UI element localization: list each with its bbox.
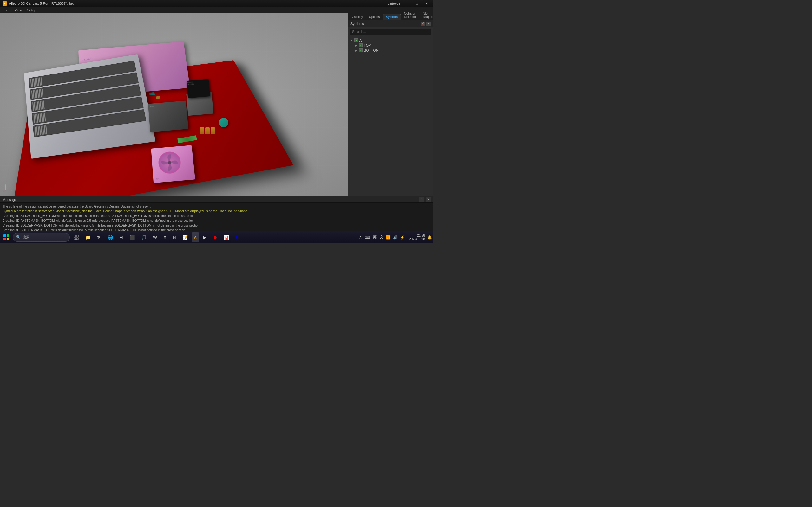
svg-rect-13	[74, 238, 76, 239]
tab-symbols[interactable]: Symbols	[383, 14, 401, 20]
ethernet-ports	[24, 54, 155, 159]
tray-network[interactable]: 📶	[386, 235, 391, 240]
svg-point-0	[168, 161, 171, 164]
tree-item-bottom[interactable]: ▶ BOTTOM	[348, 48, 433, 53]
tree-view: ▼ All ▶ TOP ▶ BOTTOM	[348, 37, 433, 196]
small-component-gold	[156, 96, 161, 99]
message-line: Symbol representation is set to: Step Mo…	[3, 209, 431, 214]
maximize-button[interactable]: □	[412, 0, 421, 7]
taskbar-browser2[interactable]: e	[233, 232, 241, 242]
taskbar-notes[interactable]: 📝	[180, 232, 190, 242]
panel-close-button[interactable]: ✕	[426, 21, 431, 26]
ic-large: RTL	[148, 101, 189, 132]
taskbar-task-view[interactable]	[71, 232, 81, 242]
taskbar-excel[interactable]: X	[161, 232, 169, 242]
search-label: 搜索	[22, 235, 30, 239]
svg-rect-14	[77, 238, 78, 239]
black-ic: RISCV8K-1345	[187, 79, 210, 98]
title-bar: A Allegro 3D Canvas: 5-Port_RTL8367N.brd…	[0, 0, 433, 7]
panel-pin-button[interactable]: 📌	[420, 21, 425, 26]
start-button[interactable]	[1, 232, 11, 242]
message-line: Creating 3D SOLDERMASK_BOTTOM with defau…	[3, 223, 431, 228]
svg-rect-12	[77, 235, 78, 237]
taskbar-rec[interactable]: ⏺	[210, 232, 220, 242]
panel-buttons: 📌 ✕	[420, 21, 431, 26]
taskbar-app-1[interactable]: 🎵	[139, 232, 149, 242]
svg-text:X: X	[11, 189, 12, 191]
menu-bar: File View Setup	[0, 7, 433, 13]
taskbar-onenote[interactable]: N	[170, 232, 179, 242]
xyz-axes: X Y Z	[3, 184, 12, 193]
main-layout: ** LINK ** ** LINK ***	[0, 13, 433, 196]
taskbar-right: ∧ ⌨ 英 文 📶 🔊 ⚡ 21:58 2022/11/18 🔔	[356, 234, 432, 241]
teal-capacitor	[219, 118, 229, 127]
tree-item-all[interactable]: ▼ All	[348, 38, 433, 43]
svg-rect-11	[74, 235, 76, 237]
message-line: Creating 3D SILKSCREEN_BOTTOM with defau…	[3, 214, 431, 218]
tab-visibility[interactable]: Visibility	[349, 14, 366, 20]
panel-title: Symbols	[351, 22, 364, 26]
small-components-row	[200, 127, 215, 134]
menu-setup[interactable]: Setup	[24, 8, 39, 13]
svg-line-3	[3, 190, 6, 192]
svg-rect-10	[7, 238, 9, 240]
svg-rect-8	[7, 234, 9, 237]
taskbar-store[interactable]: 🛍	[94, 232, 104, 242]
pink-box-component: 5V	[151, 145, 195, 183]
menu-file[interactable]: File	[1, 8, 12, 13]
taskbar-ms-store[interactable]: ⊞	[117, 232, 125, 242]
tree-toggle-top[interactable]: ▶	[354, 43, 358, 47]
taskbar-cadence[interactable]: A	[192, 232, 199, 242]
tray-lang-zh[interactable]: 文	[379, 235, 384, 240]
search-box	[348, 27, 433, 37]
messages-close-button[interactable]: ✕	[426, 198, 431, 202]
svg-rect-9	[3, 238, 6, 240]
tray-volume[interactable]: 🔊	[393, 235, 398, 240]
tab-collision-detection[interactable]: Collision Detection	[401, 10, 420, 20]
panel-header: Symbols 📌 ✕	[348, 20, 433, 27]
messages-expand-button[interactable]: ⬆	[419, 198, 424, 202]
small-component-teal	[149, 92, 155, 96]
tree-checkbox-top[interactable]	[359, 43, 362, 47]
cadence-logo: cadence	[388, 2, 400, 5]
svg-text:Y: Y	[5, 184, 6, 185]
tree-checkbox-bottom[interactable]	[359, 49, 362, 52]
taskbar-browser[interactable]: 🌐	[105, 232, 115, 242]
tree-item-top[interactable]: ▶ TOP	[348, 43, 433, 48]
close-button[interactable]: ✕	[422, 0, 431, 7]
taskbar-clock[interactable]: 21:58 2022/11/18	[409, 234, 425, 241]
tree-toggle-all[interactable]: ▼	[350, 38, 354, 42]
messages-title: Messages	[3, 198, 18, 202]
tree-label-bottom: BOTTOM	[364, 49, 379, 52]
taskbar-word[interactable]: W	[150, 232, 159, 242]
tray-lang-en[interactable]: 英	[372, 235, 377, 240]
pcb-3d: ** LINK ** ** LINK ***	[16, 29, 276, 196]
tree-label-top: TOP	[364, 43, 371, 47]
message-line: The outline of the design cannot be rend…	[3, 204, 431, 209]
taskbar-media[interactable]: ▶	[200, 232, 209, 242]
tab-3d-mapper[interactable]: 3D Mapper	[420, 10, 433, 20]
taskbar-terminal[interactable]: ⬛	[127, 232, 137, 242]
window-controls: — □ ✕	[403, 0, 431, 7]
svg-rect-7	[3, 234, 6, 237]
tray-keyboard[interactable]: ⌨	[365, 235, 370, 240]
tab-options[interactable]: Options	[366, 14, 383, 20]
tree-toggle-bottom[interactable]: ▶	[354, 49, 358, 52]
taskbar-search[interactable]: 🔍 搜索	[13, 233, 70, 242]
search-input[interactable]	[350, 29, 432, 35]
tray-notification[interactable]: 🔔	[427, 235, 432, 240]
menu-view[interactable]: View	[12, 8, 25, 13]
taskbar-file-explorer[interactable]: 📁	[83, 232, 93, 242]
taskbar-misc[interactable]: 📊	[221, 232, 232, 242]
tray-battery[interactable]: ⚡	[400, 235, 405, 240]
app-icon: A	[3, 1, 7, 6]
message-line: Creating 3D PASTEMASK_BOTTOM with defaul…	[3, 218, 431, 223]
tree-checkbox-all[interactable]	[354, 38, 358, 42]
canvas-area[interactable]: ** LINK ** ** LINK ***	[0, 13, 348, 196]
right-panel: Visibility Options Symbols Collision Det…	[348, 13, 433, 196]
tray-chevron[interactable]: ∧	[358, 235, 363, 240]
fan-circle	[158, 151, 182, 175]
messages-header: Messages ⬆ ✕	[0, 196, 433, 203]
coordinate-display: X Y Z	[3, 184, 12, 193]
minimize-button[interactable]: —	[403, 0, 412, 7]
